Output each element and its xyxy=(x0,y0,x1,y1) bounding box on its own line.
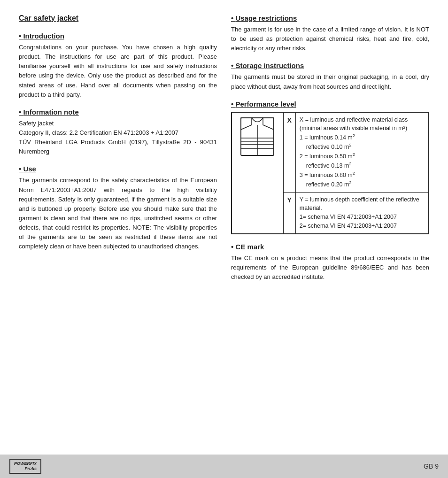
y-item-2: 2= schema VI EN 471:2003+A1:2007 xyxy=(300,223,397,229)
info-line3: TÜV Rheinland LGA Products GmbH (0197), … xyxy=(19,138,217,156)
use-body: The garments correspond to the safety ch… xyxy=(19,176,217,251)
info-note-heading: Information note xyxy=(19,108,217,116)
vest-icon xyxy=(239,116,276,158)
x-item-6: reflective 0.20 m2 xyxy=(300,181,352,188)
performance-section: Performance level xyxy=(231,100,429,234)
intro-section: Introduction Congratulations on your pur… xyxy=(19,32,217,100)
y-item-1: 1= schema VI EN 471:2003+A1:2007 xyxy=(300,214,397,220)
x-item-2: reflective 0.10 m2 xyxy=(300,144,352,150)
storage-body: The garments must be stored in their ori… xyxy=(231,72,429,91)
page: Car safety jacket Introduction Congratul… xyxy=(0,0,448,478)
x-item-3: 2 = luminous 0.50 m2 xyxy=(300,153,355,160)
x-label: X xyxy=(283,112,295,192)
usage-restrictions-body: The garment is for use in the case of a … xyxy=(231,25,429,53)
info-line1: Safety jacket xyxy=(19,119,217,128)
ce-mark-section: CE mark The CE mark on a product means t… xyxy=(231,243,429,282)
left-column: Car safety jacket Introduction Congratul… xyxy=(19,14,217,450)
page-number: GB 9 xyxy=(424,463,439,470)
info-line2: Category II, class: 2.2 Certification EN… xyxy=(19,128,217,138)
y-label: Y xyxy=(283,192,295,234)
intro-heading: Introduction xyxy=(19,32,217,40)
y-desc: Y = luminous depth coefficient of the re… xyxy=(300,196,419,212)
x-item-5: 3 = luminous 0.80 m2 xyxy=(300,172,355,178)
vest-image-cell xyxy=(232,112,283,234)
usage-restrictions-heading: Usage restrictions xyxy=(231,14,429,22)
powerfix-logo: POWERFIX Profis xyxy=(9,459,41,474)
performance-heading: Performance level xyxy=(231,100,429,108)
page-title: Car safety jacket xyxy=(19,14,217,23)
x-desc: X = luminous and reflective material cla… xyxy=(300,116,408,132)
info-note-section: Information note Safety jacket Category … xyxy=(19,108,217,157)
storage-section: Storage instructions The garments must b… xyxy=(231,62,429,91)
y-values-cell: Y = luminous depth coefficient of the re… xyxy=(295,192,429,234)
use-heading: Use xyxy=(19,165,217,173)
footer: POWERFIX Profis GB 9 xyxy=(0,455,448,478)
brand-name: POWERFIX xyxy=(14,461,37,466)
brand-sub: Profis xyxy=(14,466,37,471)
ce-mark-heading: CE mark xyxy=(231,243,429,251)
storage-heading: Storage instructions xyxy=(231,62,429,69)
x-values-cell: X = luminous and reflective material cla… xyxy=(295,112,429,192)
ce-mark-body: The CE mark on a product means that the … xyxy=(231,254,429,282)
performance-table: X X = luminous and reflective material c… xyxy=(231,112,429,234)
use-section: Use The garments correspond to the safet… xyxy=(19,165,217,251)
right-column: Usage restrictions The garment is for us… xyxy=(231,14,429,450)
x-item-1: 1 = luminous 0.14 m2 xyxy=(300,134,355,141)
x-item-4: reflective 0.13 m2 xyxy=(300,162,352,169)
intro-body: Congratulations on your purchase. You ha… xyxy=(19,43,217,100)
usage-restrictions-section: Usage restrictions The garment is for us… xyxy=(231,14,429,53)
